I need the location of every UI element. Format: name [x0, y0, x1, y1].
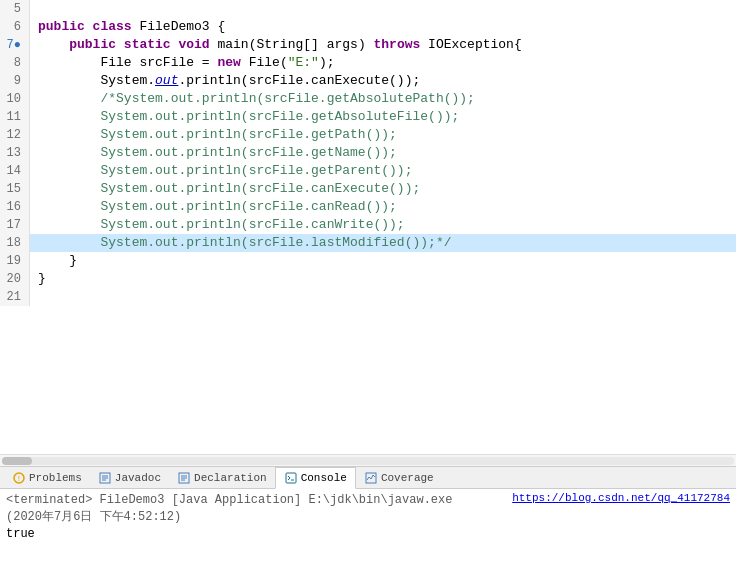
line-number: 10 [0, 90, 30, 108]
console-output-line: true [6, 526, 730, 543]
code-line: 8 File srcFile = new File("E:"); [0, 54, 736, 72]
code-line: 19 } [0, 252, 736, 270]
line-number: 9 [0, 72, 30, 90]
code-line: 21 [0, 288, 736, 306]
code-line: 6 public class FileDemo3 { [0, 18, 736, 36]
line-number: 6 [0, 18, 30, 36]
tab-javadoc-label: Javadoc [115, 472, 161, 484]
tab-console[interactable]: Console [275, 467, 356, 489]
line-number: 8 [0, 54, 30, 72]
code-content: System.out.println(srcFile.canRead()); [34, 198, 397, 216]
code-line: 12 System.out.println(srcFile.getPath())… [0, 126, 736, 144]
code-editor: 5 6 public class FileDemo3 { 7● public s… [0, 0, 736, 466]
scrollbar-thumb[interactable] [2, 457, 32, 465]
coverage-icon [364, 471, 378, 485]
code-line: 9 System.out.println(srcFile.canExecute(… [0, 72, 736, 90]
line-number: 20 [0, 270, 30, 288]
console-url[interactable]: https://blog.csdn.net/qq_41172784 [492, 492, 730, 526]
ide-container: 5 6 public class FileDemo3 { 7● public s… [0, 0, 736, 571]
declaration-icon [177, 471, 191, 485]
code-line: 15 System.out.println(srcFile.canExecute… [0, 180, 736, 198]
code-lines: 5 6 public class FileDemo3 { 7● public s… [0, 0, 736, 454]
code-content: } [34, 270, 46, 288]
scrollbar-track[interactable] [2, 457, 734, 465]
warning-icon: ! [12, 471, 26, 485]
code-line: 7● public static void main(String[] args… [0, 36, 736, 54]
code-content: System.out.println(srcFile.getName()); [34, 144, 397, 162]
code-content: public class FileDemo3 { [34, 18, 225, 36]
code-line: 14 System.out.println(srcFile.getParent(… [0, 162, 736, 180]
line-number: 13 [0, 144, 30, 162]
line-number: 14 [0, 162, 30, 180]
line-number: 18 [0, 234, 30, 252]
code-line: 20 } [0, 270, 736, 288]
line-number: 21 [0, 288, 30, 306]
empty-code-area [0, 306, 736, 426]
tab-coverage-label: Coverage [381, 472, 434, 484]
console-content: <terminated> FileDemo3 [Java Application… [0, 489, 736, 571]
console-terminated-line: <terminated> FileDemo3 [Java Application… [6, 492, 492, 526]
line-number: 7● [0, 36, 30, 54]
svg-rect-10 [286, 473, 296, 483]
code-content: System.out.println(srcFile.canExecute())… [34, 180, 420, 198]
line-number: 15 [0, 180, 30, 198]
code-content: System.out.println(srcFile.canWrite()); [34, 216, 405, 234]
console-terminated-wrapper: <terminated> FileDemo3 [Java Application… [6, 492, 730, 526]
console-icon [284, 471, 298, 485]
tab-console-label: Console [301, 472, 347, 484]
tab-problems[interactable]: ! Problems [4, 467, 90, 489]
tab-declaration[interactable]: Declaration [169, 467, 275, 489]
horizontal-scrollbar[interactable] [0, 454, 736, 466]
console-output-text: true [6, 526, 35, 543]
code-content: System.out.println(srcFile.getParent()); [34, 162, 412, 180]
tab-problems-label: Problems [29, 472, 82, 484]
code-area: 5 6 public class FileDemo3 { 7● public s… [0, 0, 736, 454]
code-line-highlighted: 18 System.out.println(srcFile.lastModifi… [0, 234, 736, 252]
tabs-bar: ! Problems Javadoc [0, 467, 736, 489]
line-number: 19 [0, 252, 30, 270]
tab-javadoc[interactable]: Javadoc [90, 467, 169, 489]
line-number: 17 [0, 216, 30, 234]
code-content: File srcFile = new File("E:"); [34, 54, 335, 72]
code-content: System.out.println(srcFile.getPath()); [34, 126, 397, 144]
code-line: 10 /*System.out.println(srcFile.getAbsol… [0, 90, 736, 108]
code-content: /*System.out.println(srcFile.getAbsolute… [34, 90, 475, 108]
tab-coverage[interactable]: Coverage [356, 467, 442, 489]
code-line: 16 System.out.println(srcFile.canRead())… [0, 198, 736, 216]
javadoc-icon [98, 471, 112, 485]
code-line: 5 [0, 0, 736, 18]
bottom-panel: ! Problems Javadoc [0, 466, 736, 571]
svg-text:!: ! [17, 474, 22, 483]
code-content: System.out.println(srcFile.getAbsoluteFi… [34, 108, 459, 126]
line-number: 11 [0, 108, 30, 126]
code-content: System.out.println(srcFile.lastModified(… [34, 234, 451, 252]
line-number: 12 [0, 126, 30, 144]
line-number: 16 [0, 198, 30, 216]
code-content: System.out.println(srcFile.canExecute())… [34, 72, 420, 90]
code-content: } [34, 252, 77, 270]
tab-declaration-label: Declaration [194, 472, 267, 484]
code-content: public static void main(String[] args) t… [34, 36, 522, 54]
code-line: 13 System.out.println(srcFile.getName())… [0, 144, 736, 162]
line-number: 5 [0, 0, 30, 18]
code-line: 11 System.out.println(srcFile.getAbsolut… [0, 108, 736, 126]
code-line: 17 System.out.println(srcFile.canWrite()… [0, 216, 736, 234]
